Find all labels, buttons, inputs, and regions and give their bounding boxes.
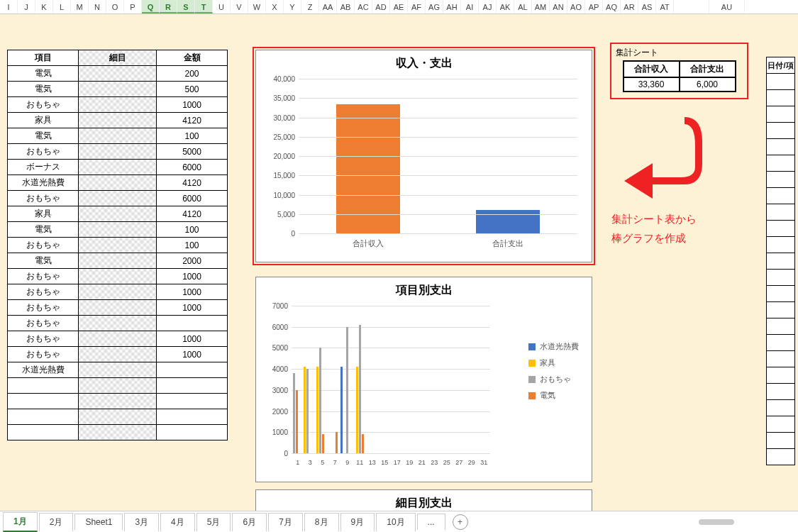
table-row[interactable]: 電気100	[8, 128, 228, 144]
cell-detail[interactable]	[79, 362, 157, 378]
cell-item[interactable]: 家具	[8, 113, 79, 128]
chart2-bar[interactable]	[336, 432, 338, 453]
cell-item[interactable]: 電気	[8, 222, 79, 238]
chart2-bar[interactable]	[359, 325, 361, 453]
cell-amount[interactable]: 4120	[157, 175, 228, 191]
cell-item[interactable]: おもちゃ	[8, 331, 79, 347]
column-header-AS[interactable]: AS	[638, 0, 656, 13]
cell-item[interactable]: 水道光熱費	[8, 362, 79, 378]
table-row[interactable]: ボーナス6000	[8, 160, 228, 175]
cell-item[interactable]: 家具	[8, 206, 79, 222]
sheet-tab-8月[interactable]: 8月	[304, 513, 339, 531]
chart2-bar[interactable]	[293, 373, 295, 453]
column-header-AM[interactable]: AM	[532, 0, 550, 13]
chart2-bar[interactable]	[316, 367, 318, 453]
cell-detail[interactable]	[79, 284, 157, 300]
cell-item[interactable]	[8, 394, 79, 409]
column-header-AE[interactable]: AE	[390, 0, 408, 13]
table-row[interactable]: 水道光熱費4120	[8, 175, 228, 191]
cell-amount[interactable]: 4120	[157, 206, 228, 222]
column-header-AF[interactable]: AF	[408, 0, 426, 13]
cell-detail[interactable]	[79, 97, 157, 113]
sheet-tab-Sheet1[interactable]: Sheet1	[74, 514, 123, 530]
cell-detail[interactable]	[79, 191, 157, 206]
chart2-bar[interactable]	[306, 369, 309, 453]
cell-detail[interactable]	[79, 347, 157, 362]
cell-amount[interactable]: 100	[157, 238, 228, 253]
table-row[interactable]: 電気500	[8, 82, 228, 97]
column-header-AI[interactable]: AI	[461, 0, 479, 13]
header-detail[interactable]: 細目	[79, 50, 157, 66]
summary-value-income[interactable]: 33,360	[624, 77, 680, 92]
column-header-AD[interactable]: AD	[372, 0, 390, 13]
column-header-I[interactable]: I	[0, 0, 18, 13]
cell-item[interactable]: おもちゃ	[8, 284, 79, 300]
cell-amount[interactable]: 500	[157, 82, 228, 97]
column-header-M[interactable]: M	[71, 0, 89, 13]
summary-table[interactable]: 合計収入 合計支出 33,360 6,000	[623, 60, 736, 92]
column-header-N[interactable]: N	[89, 0, 106, 13]
sheet-tab-5月[interactable]: 5月	[196, 513, 231, 531]
cell-amount[interactable]	[157, 394, 228, 409]
column-header-U[interactable]: U	[213, 0, 231, 13]
sheet-tab-3月[interactable]: 3月	[124, 513, 159, 531]
cell-detail[interactable]	[79, 394, 157, 409]
expense-table[interactable]: 項目 細目 金額 電気200電気500おもちゃ1000家具4120電気100おも…	[7, 50, 228, 440]
cell-detail[interactable]	[79, 425, 157, 440]
cell-detail[interactable]	[79, 82, 157, 97]
column-header-AA[interactable]: AA	[319, 0, 337, 13]
cell-detail[interactable]	[79, 300, 157, 316]
column-header-Z[interactable]: Z	[301, 0, 319, 13]
cell-detail[interactable]	[79, 222, 157, 238]
chart2-bar[interactable]	[304, 367, 306, 453]
cell-item[interactable]: おもちゃ	[8, 269, 79, 284]
cell-detail[interactable]	[79, 206, 157, 222]
column-header-AQ[interactable]: AQ	[603, 0, 621, 13]
table-row[interactable]: おもちゃ	[8, 316, 228, 331]
table-row[interactable]: おもちゃ1000	[8, 284, 228, 300]
column-header-W[interactable]: W	[248, 0, 266, 13]
chart2-bar[interactable]	[356, 367, 358, 453]
right-date-table[interactable]: 日付/項	[766, 57, 795, 465]
table-row[interactable]: おもちゃ1000	[8, 331, 228, 347]
cell-item[interactable]	[8, 409, 79, 425]
summary-header-income[interactable]: 合計収入	[624, 61, 680, 77]
chart2-bar[interactable]	[362, 434, 364, 453]
table-row[interactable]: おもちゃ1000	[8, 97, 228, 113]
column-header-AU[interactable]: AU	[709, 0, 745, 13]
table-row[interactable]: 電気100	[8, 222, 228, 238]
column-header-S[interactable]: S	[177, 0, 195, 13]
cell-amount[interactable]: 1000	[157, 331, 228, 347]
cell-item[interactable]: おもちゃ	[8, 347, 79, 362]
table-row[interactable]	[8, 394, 228, 409]
column-header-AN[interactable]: AN	[550, 0, 567, 13]
table-row[interactable]: おもちゃ1000	[8, 269, 228, 284]
cell-detail[interactable]	[79, 160, 157, 175]
cell-detail[interactable]	[79, 113, 157, 128]
column-header-AT[interactable]: AT	[656, 0, 674, 13]
cell-amount[interactable]	[157, 378, 228, 394]
column-header-AH[interactable]: AH	[443, 0, 461, 13]
sheet-tab-10月[interactable]: 10月	[376, 513, 415, 531]
cell-item[interactable]: 電気	[8, 82, 79, 97]
sheet-tab-9月[interactable]: 9月	[340, 513, 375, 531]
sheet-tab-1月[interactable]: 1月	[3, 512, 38, 532]
column-header-[interactable]	[674, 0, 709, 13]
cell-item[interactable]: おもちゃ	[8, 144, 79, 160]
right-table-header[interactable]: 日付/項	[767, 57, 795, 74]
table-row[interactable]: 家具4120	[8, 206, 228, 222]
column-header-V[interactable]: V	[231, 0, 248, 13]
chart2-bar[interactable]	[322, 434, 324, 453]
column-header-Y[interactable]: Y	[284, 0, 301, 13]
cell-detail[interactable]	[79, 331, 157, 347]
column-header-P[interactable]: P	[124, 0, 142, 13]
column-header-AJ[interactable]: AJ	[479, 0, 497, 13]
cell-item[interactable]: 電気	[8, 253, 79, 269]
cell-item[interactable]	[8, 378, 79, 394]
column-header-J[interactable]: J	[18, 0, 35, 13]
column-header-Q[interactable]: Q	[142, 0, 160, 13]
chart2-bar[interactable]	[340, 367, 343, 453]
cell-detail[interactable]	[79, 253, 157, 269]
column-header-AB[interactable]: AB	[337, 0, 355, 13]
header-item[interactable]: 項目	[8, 50, 79, 66]
